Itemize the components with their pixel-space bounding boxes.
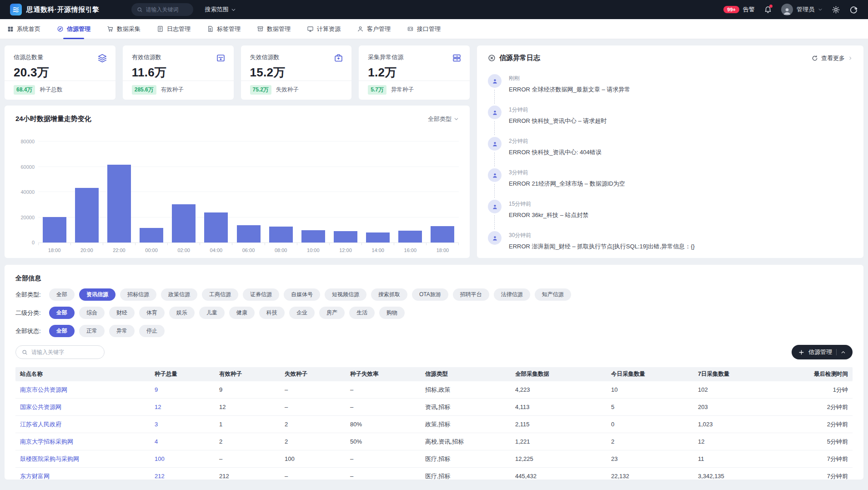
filter-pill-儿童[interactable]: 儿童 xyxy=(199,307,225,319)
source-list-card: 全部信息 全部类型:全部资讯信源招标信源政策信源工商信源证券信源自媒体号短视频信… xyxy=(5,265,863,480)
chevron-up-icon[interactable] xyxy=(841,350,846,355)
box-icon xyxy=(334,53,343,63)
table-cell: 23 xyxy=(607,455,693,462)
site-name-link[interactable]: 南京大学招标采购网 xyxy=(15,438,150,446)
user-name: 管理员 xyxy=(797,5,814,14)
stat-badge: 68.4万 xyxy=(14,85,35,95)
keyword-search-input[interactable] xyxy=(31,349,95,355)
source-table: 站点名称种子总量有效种子失效种子种子失效率信源类型全部采集数据今日采集数量7日采… xyxy=(15,367,853,485)
seed-total-link[interactable]: 3 xyxy=(150,421,215,428)
site-name-link[interactable]: 南京市公共资源网 xyxy=(15,386,150,394)
main-nav: 系统首页信源管理数据采集日志管理标签管理数据管理计算资源客户管理接口管理 xyxy=(0,19,868,39)
nav-tab-log[interactable]: 日志管理 xyxy=(157,19,191,39)
compass-icon xyxy=(57,25,64,32)
filter-pill-全部[interactable]: 全部 xyxy=(49,325,75,337)
table-row: 南京市公共资源网99––招标,政策4,223101021分钟 xyxy=(15,381,853,399)
notification-bell-icon[interactable] xyxy=(764,5,772,14)
seed-total-link[interactable]: 4 xyxy=(150,438,215,445)
stat-label: 有效信源数 xyxy=(132,53,225,61)
chart-type-dropdown[interactable]: 全部类型 xyxy=(428,115,459,123)
nav-tab-label: 接口管理 xyxy=(417,25,441,33)
nav-tab-cart[interactable]: 数据采集 xyxy=(107,19,140,39)
settings-gear-icon[interactable] xyxy=(832,5,840,14)
filter-pill-正常[interactable]: 正常 xyxy=(79,325,105,337)
table-row: 东方财富网212212––医疗,招标445,43222,1323,342,135… xyxy=(15,468,853,485)
filter-pill-招标信源[interactable]: 招标信源 xyxy=(120,288,156,301)
site-name-link[interactable]: 鼓楼医院采购与采购网 xyxy=(15,455,150,463)
filter-pill-短视频信源[interactable]: 短视频信源 xyxy=(325,288,366,301)
filter-pill-异常[interactable]: 异常 xyxy=(109,325,135,337)
nav-tab-grid[interactable]: 系统首页 xyxy=(7,19,40,39)
stat-label: 采集异常信源 xyxy=(368,53,461,61)
refresh-icon[interactable] xyxy=(812,55,818,61)
nav-tab-compass[interactable]: 信源管理 xyxy=(57,19,90,39)
filter-pill-工商信源[interactable]: 工商信源 xyxy=(202,288,238,301)
logout-icon[interactable] xyxy=(849,5,858,14)
table-cell: 102 xyxy=(693,386,793,393)
filter-pill-停止[interactable]: 停止 xyxy=(139,325,165,337)
site-name-link[interactable]: 江苏省人民政府 xyxy=(15,420,150,429)
y-axis-label: 60000 xyxy=(13,164,35,170)
seed-total-link[interactable]: 12 xyxy=(150,404,215,410)
filter-pill-企业[interactable]: 企业 xyxy=(289,307,315,319)
filter-pill-资讯信源[interactable]: 资讯信源 xyxy=(79,288,115,301)
filter-pill-财经[interactable]: 财经 xyxy=(109,307,135,319)
person-icon xyxy=(488,74,502,88)
log-time: 30分钟前 xyxy=(509,231,695,239)
filter-pill-OTA旅游[interactable]: OTA旅游 xyxy=(412,288,448,301)
column-header: 种子失效率 xyxy=(346,370,421,378)
view-more-link[interactable]: 查看更多 xyxy=(812,54,853,62)
nav-tab-user[interactable]: 客户管理 xyxy=(357,19,391,39)
filter-row: 全部状态:全部正常异常停止 xyxy=(15,325,853,337)
source-manage-button[interactable]: 信源管理 xyxy=(792,345,853,359)
nav-tab-tag[interactable]: 标签管理 xyxy=(207,19,241,39)
top-bar: 思通数科·开源情报引擎 搜索范围 99+ 告警 管理员 xyxy=(0,0,868,19)
nav-tab-archive[interactable]: 数据管理 xyxy=(257,19,291,39)
seed-total-link[interactable]: 212 xyxy=(150,473,215,480)
table-cell: 7分钟前 xyxy=(793,472,853,480)
filter-pill-法律信源[interactable]: 法律信源 xyxy=(494,288,530,301)
filter-pill-全部[interactable]: 全部 xyxy=(49,307,75,319)
filter-pill-房产[interactable]: 房产 xyxy=(319,307,345,319)
filter-pill-政策信源[interactable]: 政策信源 xyxy=(161,288,197,301)
global-search-input[interactable] xyxy=(146,6,187,13)
chevron-right-icon xyxy=(848,56,853,61)
filter-pill-全部[interactable]: 全部 xyxy=(49,288,75,301)
x-axis-label: 14:00 xyxy=(362,248,394,253)
filter-pill-体育[interactable]: 体育 xyxy=(139,307,165,319)
x-axis-labels: 18:0020:0022:0000:0002:0004:0006:0008:00… xyxy=(38,248,459,253)
filter-pill-证券信源[interactable]: 证券信源 xyxy=(243,288,279,301)
filter-pill-生活[interactable]: 生活 xyxy=(349,307,375,319)
filter-pill-购物[interactable]: 购物 xyxy=(379,307,405,319)
nav-tab-label: 系统首页 xyxy=(17,25,40,33)
table-cell: 445,432 xyxy=(511,473,607,480)
seed-total-link[interactable]: 100 xyxy=(150,455,215,462)
filter-pill-健康[interactable]: 健康 xyxy=(229,307,255,319)
seed-total-link[interactable]: 9 xyxy=(150,386,215,393)
bar-chart-plot: 020000400006000080000 xyxy=(38,141,459,243)
stat-badge-label: 异常种子 xyxy=(391,86,414,94)
filter-pill-搜索抓取[interactable]: 搜索抓取 xyxy=(371,288,407,301)
x-axis-label: 22:00 xyxy=(103,248,135,253)
error-log-item: 15分钟前ERROR 36kr_科技 – 站点封禁 xyxy=(488,200,853,231)
keyword-search[interactable] xyxy=(15,345,105,359)
filter-pill-娱乐[interactable]: 娱乐 xyxy=(169,307,195,319)
table-cell: 12,225 xyxy=(511,455,607,462)
filter-pill-自媒体号[interactable]: 自媒体号 xyxy=(284,288,320,301)
search-scope-dropdown[interactable]: 搜索范围 xyxy=(205,5,236,14)
nav-tab-api[interactable]: 接口管理 xyxy=(407,19,441,39)
user-menu[interactable]: 管理员 xyxy=(781,4,823,15)
site-name-link[interactable]: 国家公共资源网 xyxy=(15,403,150,411)
error-log-panel: 信源异常日志 查看更多 刚刚ERROR 全球经济数据网_最新文章 – 请求异常1… xyxy=(477,45,863,258)
log-time: 3分钟前 xyxy=(509,168,625,177)
filter-pill-科技[interactable]: 科技 xyxy=(259,307,285,319)
global-search[interactable] xyxy=(131,3,193,16)
y-axis-label: 40000 xyxy=(13,189,35,195)
alarm-entry[interactable]: 99+ 告警 xyxy=(723,5,755,14)
site-name-link[interactable]: 东方财富网 xyxy=(15,472,150,480)
filter-pill-知产信源[interactable]: 知产信源 xyxy=(535,288,571,301)
nav-tab-monitor[interactable]: 计算资源 xyxy=(307,19,341,39)
filter-pill-综合[interactable]: 综合 xyxy=(79,307,105,319)
table-cell: 7分钟前 xyxy=(793,455,853,463)
filter-pill-招聘平台[interactable]: 招聘平台 xyxy=(453,288,489,301)
